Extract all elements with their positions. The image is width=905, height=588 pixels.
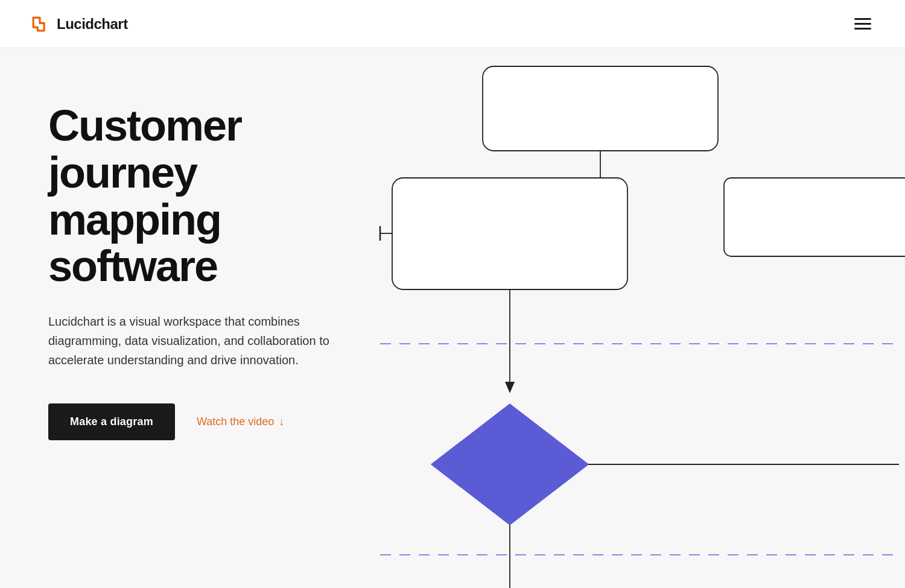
make-diagram-button[interactable]: Make a diagram — [48, 403, 175, 440]
hero-description: Lucidchart is a visual workspace that co… — [48, 312, 338, 370]
svg-marker-9 — [431, 404, 588, 525]
svg-rect-1 — [392, 178, 627, 289]
hamburger-line-1 — [854, 18, 871, 20]
hero-headline: Customer journey mapping software — [48, 103, 345, 290]
arrow-down-icon: ↓ — [279, 416, 284, 428]
hamburger-line-3 — [854, 28, 871, 30]
cta-area: Make a diagram Watch the video ↓ — [48, 403, 345, 440]
flowchart-diagram — [374, 48, 905, 588]
logo-text: Lucidchart — [57, 16, 128, 33]
hero-diagram-panel — [374, 48, 905, 588]
logo-area[interactable]: Lucidchart — [29, 13, 128, 35]
watch-video-link[interactable]: Watch the video ↓ — [197, 416, 284, 428]
hero-left-panel: Customer journey mapping software Lucidc… — [0, 48, 374, 588]
svg-rect-2 — [724, 178, 905, 256]
svg-marker-7 — [505, 382, 515, 393]
svg-rect-0 — [483, 66, 718, 151]
lucidchart-logo-icon — [29, 13, 51, 35]
hamburger-line-2 — [854, 23, 871, 25]
menu-button[interactable] — [849, 13, 876, 34]
watch-video-text: Watch the video — [197, 416, 274, 428]
